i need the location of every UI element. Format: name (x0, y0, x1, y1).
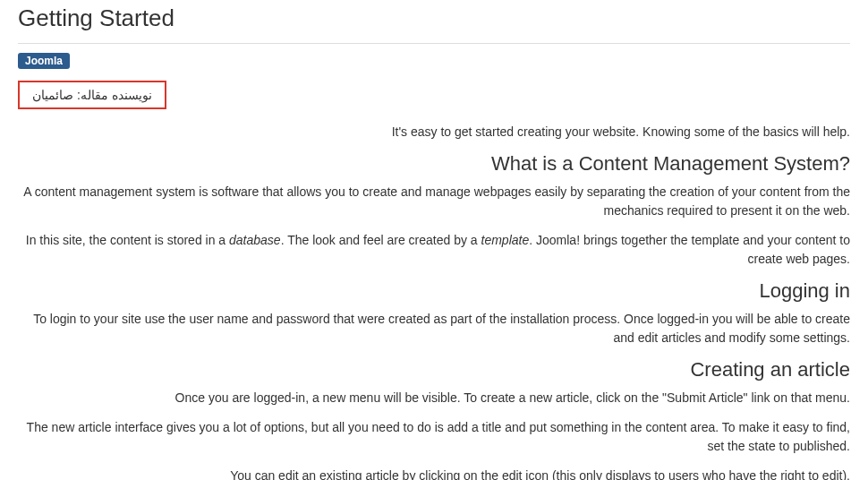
heading-article: Creating an article (18, 358, 850, 381)
article-content: It's easy to get started creating your w… (18, 123, 850, 480)
category-badge[interactable]: Joomla (18, 53, 70, 69)
intro-paragraph: It's easy to get started creating your w… (18, 123, 850, 141)
login-paragraph-1: To login to your site use the user name … (18, 310, 850, 347)
cms-paragraph-1: A content management system is software … (18, 183, 850, 220)
article-paragraph-1: Once you are logged-in, a new menu will … (18, 389, 850, 407)
article-paragraph-2: The new article interface gives you a lo… (18, 418, 850, 456)
divider (18, 43, 850, 44)
cms-paragraph-2: In this site, the content is stored in a… (18, 231, 850, 269)
author-box: نویسنده مقاله: صائمیان (18, 81, 166, 109)
article-paragraph-3: You can edit an existing article by clic… (18, 467, 850, 480)
heading-login: Logging in (18, 279, 850, 303)
heading-cms: What is a Content Management System? (18, 152, 850, 176)
page-title: Getting Started (18, 0, 850, 43)
